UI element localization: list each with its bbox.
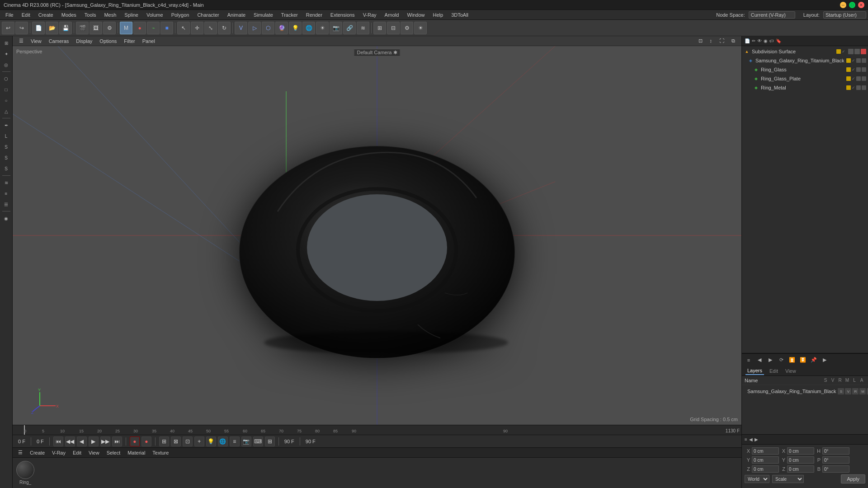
glass-tag3[interactable] [862,67,866,72]
menu-window[interactable]: Window [403,11,428,19]
mat-material[interactable]: Material [125,449,148,456]
sidebar-btn-5[interactable]: □ [1,84,11,94]
metal-tag2[interactable] [856,85,861,90]
sidebar-btn-4[interactable]: ⬡ [1,74,11,84]
record-button[interactable]: ● [130,436,140,446]
sidebar-btn-14[interactable]: ≡ [1,188,11,198]
input-p[interactable] [822,456,849,464]
step-fwd-button[interactable]: ▶▶ [100,436,110,446]
mat-create[interactable]: Create [27,449,47,456]
vray-pb-1[interactable]: ⊞ [159,436,169,446]
tab-view[interactable]: View [783,367,798,375]
om-view-icon[interactable]: 👁 [757,38,762,43]
maximize-button[interactable]: □ [849,2,855,8]
om-edit-icon[interactable]: ✏ [752,38,755,43]
tb-mode-model[interactable]: M [120,22,132,34]
timeline[interactable]: 0 5 10 15 20 25 30 35 40 45 50 55 60 65 … [13,425,741,435]
gp-tag1[interactable] [846,76,851,81]
samsung-tag2[interactable] [856,58,861,63]
vray-pb-5[interactable]: 💡 [206,436,216,446]
tb-snap[interactable]: ⊞ [373,22,386,34]
obj-samsung[interactable]: ◈ Samsung_Galaxy_Ring_Titanium_Black ✓ [742,56,868,65]
obj-glass[interactable]: ◆ Ring_Glass ✓ [742,65,868,74]
tb-vray9[interactable]: 🔗 [343,22,356,34]
tb-open[interactable]: 📂 [46,22,58,34]
input-x-size[interactable] [787,447,814,455]
ctrl-1[interactable] [848,49,854,54]
menu-arnold[interactable]: Arnold [381,11,403,19]
material-ball-ring[interactable] [16,461,34,479]
input-y-size[interactable] [787,456,814,464]
menu-animate[interactable]: Animate [224,11,249,19]
sidebar-btn-10[interactable]: S [1,142,11,152]
vp-menu-display[interactable]: Display [73,38,95,45]
tb-move[interactable]: ✛ [191,22,203,34]
om-file-icon[interactable]: 📄 [745,38,750,43]
tab-layers[interactable]: Layers [745,367,764,375]
tb-mode-edge[interactable]: ⌁ [147,22,160,34]
layers-tool-1[interactable]: ≡ [744,355,754,365]
vp-menu-options[interactable]: Options [97,38,119,45]
vray-pb-10[interactable]: ⊞ [265,436,275,446]
layers-tool-5[interactable]: ⏫ [787,355,797,365]
sidebar-btn-8[interactable]: ✒ [1,120,11,130]
input-y-pos[interactable] [752,456,779,464]
menu-edit[interactable]: Edit [18,11,34,19]
layer-samsung[interactable]: Samsung_Galaxy_Ring_Titanium_Black S V R… [744,387,866,396]
tb-vray7[interactable]: ☀ [316,22,329,34]
timeline-ruler[interactable]: 0 5 10 15 20 25 30 35 40 45 50 55 60 65 … [13,425,741,435]
sidebar-btn-16[interactable]: ◉ [1,213,11,223]
tb-vray5[interactable]: 💡 [289,22,302,34]
play-button[interactable]: ▶ [89,436,99,446]
menu-3dtoall[interactable]: 3DToAll [448,11,472,19]
tb-vray2[interactable]: ▷ [248,22,261,34]
input-x-pos[interactable] [752,447,779,455]
menu-character[interactable]: Character [193,11,222,19]
mat-hamburger[interactable]: ☰ [15,449,25,456]
layer-icon-s[interactable]: S [838,388,844,394]
coord-space-dropdown[interactable]: World Object Local [745,475,769,483]
tb-rotate[interactable]: ↻ [218,22,231,34]
ctrl-2[interactable] [854,49,860,54]
layer-icon-v[interactable]: V [845,388,851,394]
menu-create[interactable]: Create [35,11,57,19]
camera-label[interactable]: Default Camera ✱ [354,49,400,56]
vp-menu-panel[interactable]: Panel [140,38,158,45]
samsung-tag3[interactable] [862,58,866,63]
menu-help[interactable]: Help [429,11,447,19]
sidebar-btn-9[interactable]: L [1,131,11,141]
play-reverse-button[interactable]: ◀ [77,436,87,446]
metal-tag3[interactable] [862,85,866,90]
tb-scale[interactable]: ⤡ [204,22,217,34]
layer-icon-r[interactable]: R [852,388,859,394]
om-tag-icon[interactable]: 🏷 [769,38,774,43]
tb-redo[interactable]: ↪ [15,22,28,34]
om-bookmark-icon[interactable]: 🔖 [776,38,781,43]
menu-simulate[interactable]: Simulate [250,11,277,19]
samsung-tag1[interactable] [846,58,851,63]
material-item-ring[interactable]: Ring_ [16,461,34,485]
vray-pb-2[interactable]: ⊠ [171,436,181,446]
menu-tools[interactable]: Tools [81,11,100,19]
tab-edit[interactable]: Edit [768,367,780,375]
metal-tag1[interactable] [846,85,851,90]
vp-menu-view[interactable]: View [28,38,44,45]
tb-vray4[interactable]: 🔮 [275,22,288,34]
glass-tag1[interactable] [846,67,851,72]
vp-menu-hamburger[interactable]: ☰ [16,37,26,45]
vp-ctrl-3[interactable]: ⛶ [717,37,727,45]
vp-ctrl-1[interactable]: ⊡ [696,37,705,45]
glass-tag2[interactable] [856,67,861,72]
layers-tool-7[interactable]: 📌 [809,355,819,365]
vp-ctrl-2[interactable]: ↕ [707,37,715,45]
tb-vray8[interactable]: 📷 [330,22,342,34]
node-space-value[interactable]: Current (V-Ray) [749,11,795,19]
vray-pb-4[interactable]: + [194,436,204,446]
obj-subdiv[interactable]: ▲ Subdivision Surface ✓ [742,47,868,56]
sidebar-btn-12[interactable]: S [1,164,11,174]
props-tool-3[interactable]: ▶ [755,437,758,442]
menu-file[interactable]: File [2,11,17,19]
gp-tag3[interactable] [862,76,866,81]
mat-texture[interactable]: Texture [150,449,171,456]
mat-view[interactable]: View [86,449,102,456]
